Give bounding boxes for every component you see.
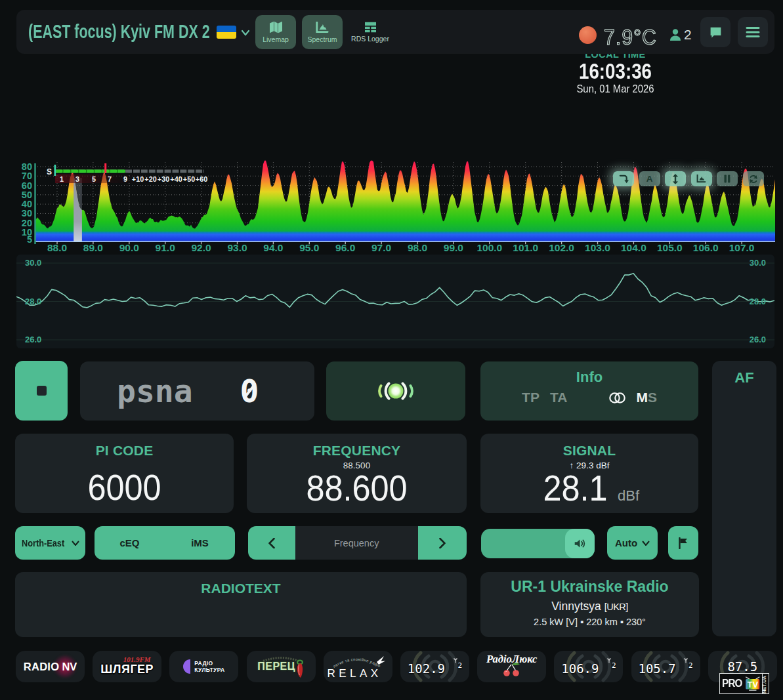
station-logo-radio-lux[interactable]: РадіоЛюкс bbox=[477, 651, 546, 682]
frequency-value[interactable]: 88.600 bbox=[258, 470, 456, 506]
spectrum-toolbar: A bbox=[613, 171, 764, 186]
svg-text:99.0: 99.0 bbox=[444, 242, 463, 253]
station-logo-shlyager[interactable]: 101.9FMШЛЯГЕР bbox=[93, 651, 161, 682]
frequency-down-button[interactable] bbox=[248, 526, 295, 560]
frequency-panel: FREQUENCY 88.500 88.600 bbox=[247, 434, 467, 513]
mono-flag: M bbox=[636, 390, 648, 405]
info-panel: Info TP TA MS bbox=[480, 361, 698, 421]
svg-text:107.0: 107.0 bbox=[729, 242, 755, 253]
station-logo-perets[interactable]: ПЕРЕЦ bbox=[247, 651, 316, 682]
antenna-icon bbox=[606, 658, 612, 663]
pi-code-panel: PI CODE 6000 bbox=[15, 434, 234, 513]
antenna-select[interactable]: North-East bbox=[15, 526, 85, 560]
svg-text:+50: +50 bbox=[183, 175, 195, 183]
svg-text:50: 50 bbox=[22, 190, 32, 200]
chat-icon bbox=[709, 26, 723, 39]
svg-text:20: 20 bbox=[22, 218, 32, 228]
svg-text:30.0: 30.0 bbox=[25, 258, 41, 268]
svg-text:26.0: 26.0 bbox=[25, 335, 41, 344]
station-logo-kultura[interactable]: РАДІОКУЛЬТУРА bbox=[169, 651, 238, 682]
svg-text:102.0: 102.0 bbox=[549, 242, 574, 253]
stop-playback-button[interactable] bbox=[15, 361, 68, 421]
pi-code-value: 6000 bbox=[26, 469, 223, 506]
svg-text:97.0: 97.0 bbox=[371, 242, 391, 253]
frequency-title: FREQUENCY bbox=[247, 443, 467, 459]
antenna-icon bbox=[683, 658, 688, 663]
chevron-left-icon bbox=[268, 538, 275, 548]
local-time-date: Sun, 01 Mar 2026 bbox=[566, 83, 664, 95]
signal-value: 28.1 bbox=[543, 470, 607, 506]
station-logo-radio-nv[interactable]: RADIONV bbox=[16, 651, 85, 682]
frequency-input[interactable] bbox=[295, 526, 418, 560]
spectrum-button[interactable]: Spectrum bbox=[302, 15, 343, 49]
broadcast-pulse-icon bbox=[375, 376, 416, 406]
stop-icon bbox=[37, 386, 47, 396]
svg-text:92.0: 92.0 bbox=[192, 242, 211, 253]
table-icon bbox=[364, 22, 377, 33]
menu-button[interactable] bbox=[738, 17, 768, 47]
spectrum-tool-letter-a-icon[interactable]: A bbox=[639, 171, 660, 186]
spectrum-tool-area-chart-icon[interactable] bbox=[691, 171, 712, 186]
spectrum-tool-arrows-up-down-icon[interactable] bbox=[665, 171, 686, 186]
svg-text:95.0: 95.0 bbox=[299, 242, 319, 253]
rds-logger-button[interactable]: RDS Logger bbox=[348, 15, 392, 49]
svg-text:101.0: 101.0 bbox=[513, 242, 538, 253]
station-info-panel: UR-1 Ukrainske Radio Vinnytsya [UKR] 2.5… bbox=[480, 572, 699, 637]
svg-text:+20: +20 bbox=[144, 175, 156, 183]
ps-name-dim: psna bbox=[117, 373, 193, 409]
server-title[interactable]: (EAST focus) Kyiv FM DX 2 bbox=[28, 21, 210, 43]
svg-text:80: 80 bbox=[22, 161, 32, 172]
top-bar: (EAST focus) Kyiv FM DX 2 Livemap Spectr… bbox=[16, 10, 774, 54]
svg-text:93.0: 93.0 bbox=[227, 242, 247, 253]
svg-text:104.0: 104.0 bbox=[621, 242, 646, 253]
signal-title: SIGNAL bbox=[480, 443, 698, 459]
mode-select[interactable]: Auto bbox=[607, 526, 658, 560]
spectrum-tool-arrow-turn-down-icon[interactable] bbox=[613, 171, 634, 186]
letter-a-icon: A bbox=[646, 174, 653, 184]
spectrum-tool-refresh-icon[interactable] bbox=[743, 171, 764, 186]
arrow-turn-down-icon bbox=[619, 175, 629, 184]
station-logo-freq-105-7[interactable]: 105.7 2 bbox=[631, 651, 700, 682]
flag-button[interactable] bbox=[668, 526, 698, 560]
svg-text:30.0: 30.0 bbox=[750, 258, 766, 268]
volume-slider[interactable] bbox=[481, 529, 595, 558]
station-logo-freq-102-9[interactable]: 102.9 2 bbox=[400, 651, 469, 682]
page: LOCAL TIME 16:03:36 Sun, 01 Mar 2026 (EA… bbox=[0, 0, 783, 700]
svg-text:+10: +10 bbox=[132, 175, 144, 183]
eq-ims-toggle: cEQ iMS bbox=[95, 526, 235, 560]
signal-panel: SIGNAL ↑ 29.3 dBf 28.1 dBf bbox=[480, 434, 698, 513]
ims-button[interactable]: iMS bbox=[165, 526, 235, 560]
ukraine-flag-icon bbox=[217, 26, 236, 39]
frequency-stepper bbox=[248, 526, 467, 560]
station-logo-freq-106-9[interactable]: 106.9 2 bbox=[554, 651, 623, 682]
local-time-value: 16:03:36 bbox=[570, 59, 661, 84]
speaker-icon bbox=[574, 538, 586, 549]
antenna-value: North-East bbox=[22, 538, 64, 548]
spectrum-tool-pause-icon[interactable] bbox=[717, 171, 738, 186]
local-time-block: LOCAL TIME 16:03:36 Sun, 01 Mar 2026 bbox=[561, 49, 669, 95]
stereo-flag: S bbox=[648, 390, 657, 405]
svg-text:RELAX: RELAX bbox=[328, 667, 382, 680]
ta-flag: TA bbox=[550, 390, 567, 405]
svg-text:94.0: 94.0 bbox=[263, 242, 283, 253]
svg-text:60: 60 bbox=[22, 180, 32, 191]
station-logo-relax[interactable]: легке та спокійне радіоRELAX bbox=[324, 651, 392, 682]
chevron-down-icon bbox=[642, 541, 650, 546]
svg-text:91.0: 91.0 bbox=[156, 242, 175, 253]
eq-button[interactable]: cEQ bbox=[95, 526, 165, 560]
svg-text:10: 10 bbox=[22, 227, 32, 237]
frequency-up-button[interactable] bbox=[418, 526, 467, 560]
chevron-right-icon bbox=[439, 538, 446, 548]
chevron-down-icon[interactable] bbox=[240, 28, 251, 38]
station-name[interactable]: UR-1 Ukrainske Radio bbox=[480, 578, 699, 596]
svg-text:96.0: 96.0 bbox=[335, 242, 355, 253]
chat-button[interactable] bbox=[700, 17, 730, 47]
af-list-panel: AF bbox=[712, 361, 776, 636]
signal-unit: dBf bbox=[618, 487, 639, 504]
livemap-label: Livemap bbox=[263, 35, 289, 43]
livemap-button[interactable]: Livemap bbox=[255, 15, 296, 49]
volume-thumb[interactable] bbox=[565, 529, 595, 558]
svg-text:28.0: 28.0 bbox=[750, 297, 766, 306]
antenna-icon bbox=[453, 658, 458, 663]
weather-icon[interactable] bbox=[579, 26, 597, 44]
